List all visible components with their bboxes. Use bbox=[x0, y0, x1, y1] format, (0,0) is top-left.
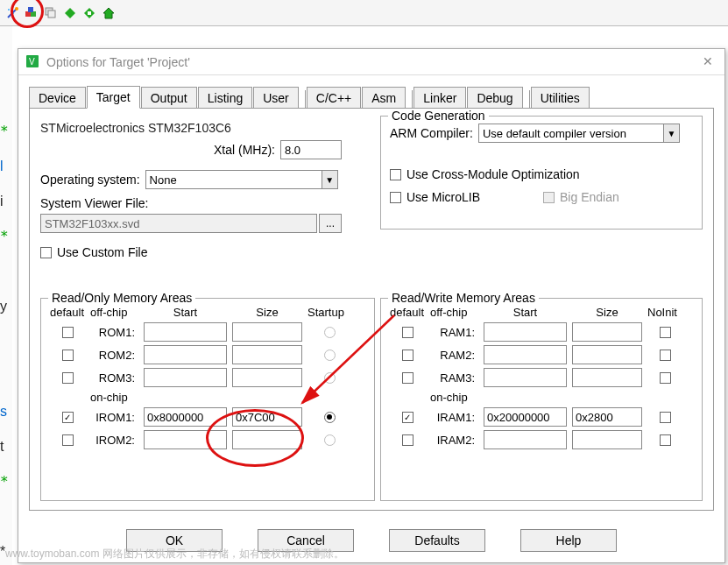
chevron-down-icon[interactable]: ▼ bbox=[322, 171, 337, 188]
stack-icon[interactable] bbox=[42, 4, 60, 22]
ram3-start[interactable] bbox=[484, 368, 567, 387]
tab-debug[interactable]: Debug bbox=[467, 87, 522, 109]
tab-utilities[interactable]: Utilities bbox=[531, 87, 590, 109]
custom-file-checkbox[interactable] bbox=[40, 247, 52, 258]
editor-gutter: *li*yst**uu* bbox=[0, 26, 12, 565]
tab-user[interactable]: User bbox=[253, 87, 299, 109]
ram2-start[interactable] bbox=[484, 345, 567, 364]
rom2-default-checkbox[interactable] bbox=[62, 350, 74, 361]
rom1-start[interactable] bbox=[144, 322, 227, 342]
svd-input bbox=[40, 214, 317, 233]
color-cubes-icon[interactable] bbox=[23, 4, 40, 22]
hdr-size-rw: Size bbox=[572, 306, 642, 319]
iram2-size[interactable] bbox=[572, 430, 642, 449]
close-icon[interactable]: ✕ bbox=[700, 54, 716, 70]
svd-label: System Viewer File: bbox=[40, 196, 342, 210]
green-diamond-icon[interactable] bbox=[61, 4, 79, 22]
os-combo[interactable]: ▼ bbox=[145, 170, 338, 189]
tab-linker[interactable]: Linker bbox=[413, 87, 466, 109]
hdr-start: Start bbox=[144, 306, 227, 319]
rom2-start[interactable] bbox=[144, 345, 227, 364]
rom3-start[interactable] bbox=[144, 368, 227, 387]
rom2-startup-radio[interactable] bbox=[324, 350, 336, 361]
irom1-default-checkbox[interactable] bbox=[62, 412, 74, 423]
mem-rw-fieldset: Read/Write Memory Areas default off-chip… bbox=[380, 298, 703, 501]
ram3-size[interactable] bbox=[572, 368, 642, 387]
tab-cpp[interactable]: C/C++ bbox=[307, 87, 361, 109]
rom1-startup-radio[interactable] bbox=[324, 327, 336, 338]
magic-wand-icon[interactable] bbox=[4, 4, 21, 22]
irom2-size[interactable] bbox=[232, 430, 302, 449]
iram1-noinit-checkbox[interactable] bbox=[660, 412, 671, 423]
iram2-start[interactable] bbox=[484, 430, 567, 449]
iram1-default-checkbox[interactable] bbox=[402, 412, 413, 423]
iram1-label: IRAM1: bbox=[430, 411, 478, 424]
tab-listing[interactable]: Listing bbox=[198, 87, 252, 109]
chevron-down-icon[interactable]: ▼ bbox=[663, 124, 679, 142]
svg-point-2 bbox=[8, 9, 10, 11]
microlib-label: Use MicroLIB bbox=[406, 190, 480, 204]
svd-browse-button[interactable]: ... bbox=[319, 214, 342, 233]
compiler-combo-input[interactable] bbox=[479, 124, 663, 142]
compiler-label: ARM Compiler: bbox=[390, 126, 473, 140]
help-button[interactable]: Help bbox=[520, 529, 617, 552]
xtal-label: Xtal (MHz): bbox=[214, 143, 275, 157]
irom1-startup-radio[interactable] bbox=[324, 412, 336, 423]
big-endian-checkbox bbox=[543, 192, 555, 203]
rom3-size[interactable] bbox=[232, 368, 302, 387]
tab-strip: Device Target Output Listing User C/C++ … bbox=[18, 75, 724, 108]
irom1-start[interactable] bbox=[144, 407, 227, 427]
target-panel: STMicroelectronics STM32F103C6 Xtal (MHz… bbox=[29, 108, 714, 511]
hdr-onchip-rw: on-chip bbox=[430, 391, 478, 404]
iram2-noinit-checkbox[interactable] bbox=[660, 434, 671, 446]
rom2-size[interactable] bbox=[232, 345, 302, 364]
ram1-noinit-checkbox[interactable] bbox=[660, 327, 671, 338]
codegen-fieldset: Code Generation ARM Compiler: ▼ Use Cros… bbox=[380, 116, 703, 230]
tab-output[interactable]: Output bbox=[141, 87, 197, 109]
rom3-default-checkbox[interactable] bbox=[62, 372, 74, 384]
green-diamond2-icon[interactable] bbox=[81, 4, 98, 22]
ram3-noinit-checkbox[interactable] bbox=[660, 372, 671, 384]
svg-text:V: V bbox=[29, 57, 35, 67]
defaults-button[interactable]: Defaults bbox=[389, 529, 485, 552]
ram1-default-checkbox[interactable] bbox=[402, 327, 413, 338]
irom2-startup-radio[interactable] bbox=[324, 434, 336, 446]
irom2-label: IROM2: bbox=[90, 434, 138, 447]
rom1-default-checkbox[interactable] bbox=[62, 327, 74, 338]
ram2-default-checkbox[interactable] bbox=[402, 350, 413, 361]
iram1-size[interactable] bbox=[572, 407, 642, 427]
rom1-size[interactable] bbox=[232, 322, 302, 342]
dialog-icon: V bbox=[25, 54, 41, 70]
irom2-default-checkbox[interactable] bbox=[62, 434, 74, 446]
custom-file-label: Use Custom File bbox=[57, 245, 147, 259]
rom3-startup-radio[interactable] bbox=[324, 372, 336, 384]
ram2-size[interactable] bbox=[572, 345, 642, 364]
svg-point-1 bbox=[15, 7, 18, 11]
os-combo-input[interactable] bbox=[146, 171, 322, 188]
irom2-start[interactable] bbox=[144, 430, 227, 449]
hdr-onchip: on-chip bbox=[90, 391, 138, 404]
dialog-title: Options for Target 'Project' bbox=[46, 55, 190, 69]
svg-marker-9 bbox=[65, 8, 75, 18]
irom1-size[interactable] bbox=[232, 407, 302, 427]
ram1-size[interactable] bbox=[572, 322, 642, 342]
ram3-default-checkbox[interactable] bbox=[402, 372, 413, 384]
watermark: www.toymoban.com 网络图片仅供展示，非存储，如有侵权请联系删除。 bbox=[5, 547, 344, 561]
big-endian-label: Big Endian bbox=[560, 190, 619, 204]
ram1-start[interactable] bbox=[484, 322, 567, 342]
options-dialog: V Options for Target 'Project' ✕ Device … bbox=[18, 48, 725, 563]
tab-asm[interactable]: Asm bbox=[362, 87, 406, 109]
home-icon[interactable] bbox=[100, 4, 117, 22]
iram1-start[interactable] bbox=[484, 407, 567, 427]
svg-point-3 bbox=[12, 12, 14, 14]
compiler-combo[interactable]: ▼ bbox=[478, 124, 680, 143]
iram2-default-checkbox[interactable] bbox=[402, 434, 413, 446]
tab-device[interactable]: Device bbox=[29, 87, 86, 109]
tab-target[interactable]: Target bbox=[87, 86, 140, 109]
ram2-label: RAM2: bbox=[430, 349, 478, 362]
ram2-noinit-checkbox[interactable] bbox=[660, 350, 671, 361]
xtal-input[interactable] bbox=[280, 140, 342, 159]
cross-module-checkbox[interactable] bbox=[390, 169, 401, 180]
microlib-checkbox[interactable] bbox=[390, 192, 401, 203]
svg-rect-11 bbox=[88, 11, 91, 15]
